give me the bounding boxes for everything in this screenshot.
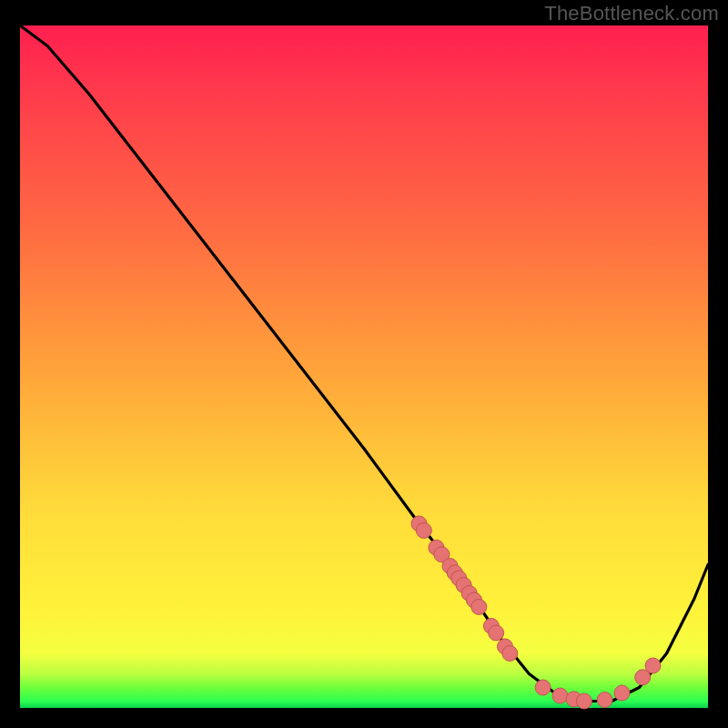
- bottleneck-curve: [20, 25, 708, 702]
- watermark-label: TheBottleneck.com: [544, 2, 719, 25]
- curve-marker: [416, 523, 431, 539]
- curve-marker: [535, 680, 551, 695]
- curve-marker: [502, 646, 518, 662]
- curve-marker: [576, 693, 592, 709]
- curve-marker: [552, 688, 568, 703]
- curve-svg: [20, 25, 708, 708]
- curve-marker: [614, 685, 630, 701]
- curve-marker: [645, 658, 661, 673]
- curve-marker: [471, 600, 487, 615]
- plot-area: [20, 25, 708, 708]
- curve-marker: [489, 625, 504, 641]
- curve-marker: [597, 693, 612, 708]
- chart-stage: TheBottleneck.com: [0, 0, 728, 728]
